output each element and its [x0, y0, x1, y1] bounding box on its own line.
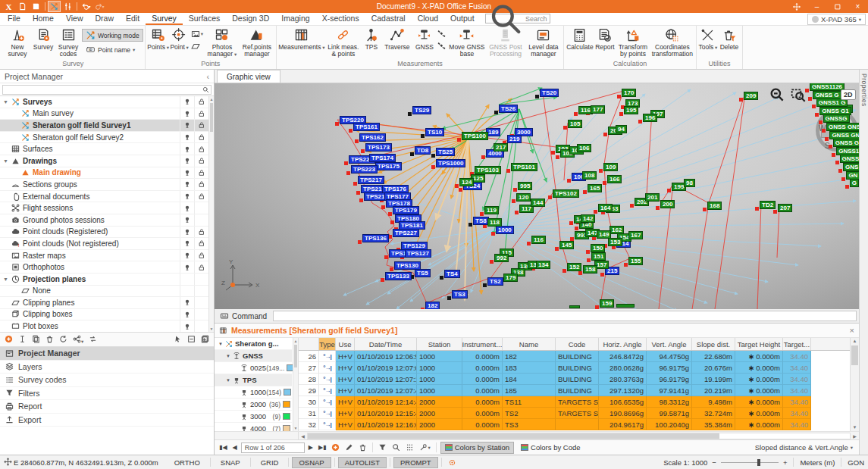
point-label-tps102[interactable]: TPS102 [553, 189, 579, 198]
point-label-995[interactable]: 995 [518, 182, 532, 190]
zoom-window-button[interactable] [789, 86, 807, 104]
prev-row-button[interactable]: ◀ [231, 444, 239, 451]
color-swatch[interactable] [283, 425, 290, 431]
colors-by-code-button[interactable]: Colors by Code [516, 442, 584, 454]
gnss-point-label[interactable]: GNSS1126 [810, 83, 844, 91]
xpad365-account-button[interactable]: X-PAD 365 ▾ [807, 14, 866, 25]
scale-slider-thumb[interactable] [757, 459, 760, 466]
ribbon-button-report[interactable]: Report [594, 26, 616, 60]
tree-scrollbar[interactable]: ▲▼ [208, 96, 214, 332]
point-label-108[interactable]: 108 [582, 171, 597, 180]
point-label-tps127[interactable]: TPS127 [405, 249, 431, 258]
delete-measure-button[interactable] [357, 443, 368, 452]
ribbon-button-coordinates-transformation[interactable]: Coordinates transformation [650, 26, 694, 60]
gnss-point-label[interactable]: G [850, 179, 859, 187]
visibility-toggle[interactable] [180, 297, 194, 308]
lock-toggle[interactable] [194, 250, 208, 261]
ribbon-button-survey-codes[interactable]: Survey codes [55, 26, 82, 60]
collapse-panel-button[interactable]: ‹ [207, 72, 210, 81]
tree-tool-trash[interactable] [45, 335, 54, 345]
column-header-date-time[interactable]: Date/Time [355, 338, 417, 350]
tab-edit[interactable]: Edit [120, 13, 146, 25]
tree-item-main-survey[interactable]: Main survey [0, 108, 208, 120]
point-label-166[interactable]: 166 [607, 175, 622, 183]
point-label-ts29[interactable]: TS29 [412, 106, 431, 114]
column-header-code[interactable]: Code [556, 338, 599, 350]
filter-button[interactable] [377, 443, 388, 452]
image-tools-button[interactable]: ▾ [191, 30, 203, 39]
point-label-153[interactable]: 153 [608, 238, 622, 246]
point-label-tps103[interactable]: TPS103 [475, 166, 501, 174]
point-label-168[interactable]: 168 [707, 202, 722, 210]
tree-item-point-clouds-not-registered-[interactable]: Point clouds (Not registered) [0, 238, 208, 250]
table-row-30[interactable]: 30°→|H+V01/10/2019 12:14:4920000.000mTS1… [299, 396, 859, 408]
tree-item-orthophotos[interactable]: Orthophotos [0, 261, 208, 274]
visibility-toggle[interactable] [180, 179, 194, 190]
point-label-ts25[interactable]: TS25 [436, 148, 455, 156]
table-row-32[interactable]: 32°→|H+V01/10/2019 12:16:0520000.000mTS3… [299, 419, 859, 430]
distance-mode-dropdown[interactable]: Sloped distance & Vert.Angle▾ [755, 443, 856, 452]
visibility-toggle[interactable] [180, 202, 194, 214]
meas-tree-item-0025[interactable]: 0025(149... [215, 362, 292, 374]
point-label-ts3[interactable]: TS3 [452, 290, 468, 299]
sidebar-item-survey-codes[interactable]: Survey codes [0, 374, 214, 387]
sidebar-search-input[interactable] [2, 85, 212, 95]
gnss-point-label[interactable]: GNSS G1 [819, 107, 851, 115]
lock-toggle[interactable] [194, 120, 208, 131]
point-label-179[interactable]: 179 [503, 274, 518, 282]
point-label-207[interactable]: 207 [778, 204, 792, 212]
point-label-ts5[interactable]: TS5 [415, 269, 431, 277]
add-measure-button[interactable] [330, 443, 341, 452]
zoom-minus-button[interactable]: − [712, 458, 716, 467]
point-label-124[interactable]: 124 [459, 178, 474, 186]
visibility-toggle[interactable] [180, 261, 194, 273]
point-label-219[interactable]: 219 [507, 135, 522, 143]
meas-tree-item-gnss[interactable]: ▼GNSS [215, 350, 292, 362]
column-header-vert-angle[interactable]: Vert. Angle [647, 338, 692, 350]
columns-button[interactable] [404, 443, 415, 452]
visibility-toggle[interactable] [180, 132, 194, 143]
sidebar-item-layers[interactable]: Layers [0, 361, 214, 374]
visibility-toggle[interactable] [180, 120, 194, 131]
colors-by-station-button[interactable]: Colors by Station [440, 442, 514, 454]
maximize-button[interactable] [827, 0, 848, 13]
column-header-use[interactable]: Use [336, 338, 355, 350]
point-label-217[interactable]: 217 [494, 143, 508, 152]
point-label-200[interactable]: 200 [660, 200, 675, 208]
tree-item-drawings[interactable]: ▼Drawings [0, 155, 208, 167]
point-label-151[interactable]: 151 [591, 252, 606, 261]
grid-vertical-scrollbar[interactable]: ▲▼ [850, 338, 859, 431]
point-label-167[interactable]: 167 [628, 231, 643, 239]
chevron-icon[interactable]: ▼ [2, 99, 10, 105]
lock-toggle[interactable] [194, 227, 208, 238]
point-label-165[interactable]: 165 [588, 184, 602, 192]
point-label-164[interactable]: 164 [598, 204, 613, 212]
ribbon-button-points[interactable]: Points ▾ [147, 26, 170, 60]
visibility-toggle[interactable] [180, 309, 194, 320]
edit-measure-button[interactable] [343, 443, 355, 452]
color-swatch[interactable] [283, 413, 290, 420]
scale-slider[interactable] [721, 462, 779, 463]
close-icon[interactable]: × [850, 326, 854, 335]
lock-toggle[interactable] [194, 191, 208, 202]
visibility-toggle[interactable] [180, 191, 194, 202]
tree-item-none[interactable]: None [0, 286, 208, 298]
gnss-option-1-button[interactable] [437, 30, 447, 39]
tree-tool-loop[interactable] [89, 335, 97, 345]
visibility-toggle[interactable] [180, 155, 194, 167]
symbols-button[interactable] [191, 42, 203, 51]
point-label-182[interactable]: 182 [425, 302, 440, 309]
table-row-26[interactable]: 26°→|H+V01/10/2019 12:06:5410000.000m182… [299, 351, 859, 362]
ribbon-button-point[interactable]: Point ▾ [170, 26, 190, 60]
gnss-point-label[interactable]: GNSS GN [829, 131, 859, 139]
color-swatch[interactable] [283, 401, 290, 408]
point-label-1000[interactable]: 1000 [496, 226, 514, 234]
point-label-94[interactable]: 94 [616, 125, 627, 133]
angle-unit-selector[interactable]: GON [848, 458, 864, 467]
ribbon-button-working-mode[interactable]: Working mode [82, 29, 143, 42]
lock-toggle[interactable] [194, 108, 208, 120]
column-header-horiz-angle[interactable]: Horiz. Angle [599, 338, 647, 350]
tree-item-sheraton-golf-field-survey1[interactable]: Sheraton golf field Survey1 [0, 120, 208, 132]
ribbon-button-new-survey[interactable]: New survey [3, 26, 32, 60]
tab-home[interactable]: Home [27, 13, 60, 25]
